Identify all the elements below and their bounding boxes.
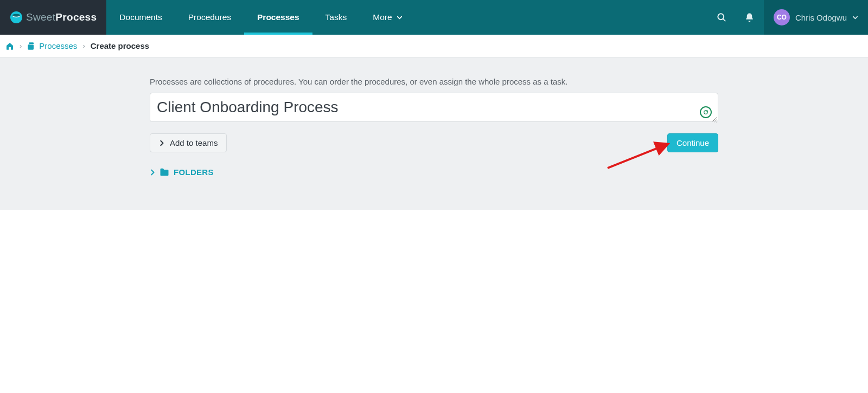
brand-icon [10, 11, 23, 24]
breadcrumb-current: Create process [91, 41, 149, 50]
nav-tasks-label: Tasks [326, 12, 347, 22]
search-button[interactable] [707, 0, 736, 35]
nav-procedures[interactable]: Procedures [175, 0, 244, 35]
chevron-right-icon: › [82, 42, 85, 50]
top-bar: SweetProcess Documents Procedures Proces… [0, 0, 868, 35]
add-to-teams-label: Add to teams [170, 138, 218, 147]
home-icon [5, 42, 14, 50]
search-icon [716, 12, 727, 23]
actions-row: Add to teams Continue [150, 133, 718, 152]
breadcrumb-processes[interactable]: Processes [27, 41, 77, 50]
bell-icon [744, 12, 755, 23]
nav-more[interactable]: More [360, 0, 415, 35]
nav-more-label: More [373, 12, 392, 22]
svg-point-2 [12, 14, 20, 17]
page-body: Processes are collections of procedures.… [0, 57, 868, 210]
nav-documents-label: Documents [119, 12, 162, 22]
add-to-teams-button[interactable]: Add to teams [150, 133, 227, 152]
chevron-right-icon [159, 140, 164, 146]
breadcrumb-home[interactable] [5, 42, 14, 50]
process-title-input[interactable] [150, 93, 718, 122]
grammarly-icon [700, 106, 712, 118]
continue-button[interactable]: Continue [667, 133, 718, 152]
brand-text: SweetProcess [26, 11, 97, 23]
nav-documents[interactable]: Documents [106, 0, 175, 35]
helper-text: Processes are collections of procedures.… [150, 77, 718, 86]
folder-icon [159, 168, 169, 176]
chevron-right-icon [150, 169, 155, 176]
chevron-right-icon: › [20, 42, 22, 50]
user-name: Chris Odogwu [795, 13, 847, 22]
primary-nav: Documents Procedures Processes Tasks Mor… [106, 0, 415, 35]
breadcrumb-bar: › Processes › Create process [0, 35, 868, 57]
breadcrumb: › Processes › Create process [5, 41, 863, 50]
chevron-down-icon [397, 15, 403, 21]
nav-processes-label: Processes [257, 12, 299, 22]
folders-label: FOLDERS [174, 167, 214, 177]
breadcrumb-processes-label: Processes [39, 41, 77, 50]
nav-procedures-label: Procedures [188, 12, 231, 22]
svg-line-4 [723, 19, 725, 21]
avatar: CO [774, 9, 790, 25]
continue-label: Continue [676, 138, 709, 147]
chevron-down-icon [852, 15, 858, 21]
notifications-button[interactable] [736, 0, 764, 35]
title-input-wrap [150, 93, 718, 124]
nav-processes[interactable]: Processes [244, 0, 312, 35]
stack-icon [27, 42, 36, 50]
folders-toggle[interactable]: FOLDERS [150, 167, 214, 177]
resize-grip-icon [712, 117, 717, 123]
nav-tasks[interactable]: Tasks [312, 0, 360, 35]
annotation-arrow-icon [604, 141, 675, 171]
brand-logo[interactable]: SweetProcess [0, 0, 106, 35]
user-menu[interactable]: CO Chris Odogwu [764, 0, 868, 35]
folders-row: FOLDERS [150, 167, 718, 177]
